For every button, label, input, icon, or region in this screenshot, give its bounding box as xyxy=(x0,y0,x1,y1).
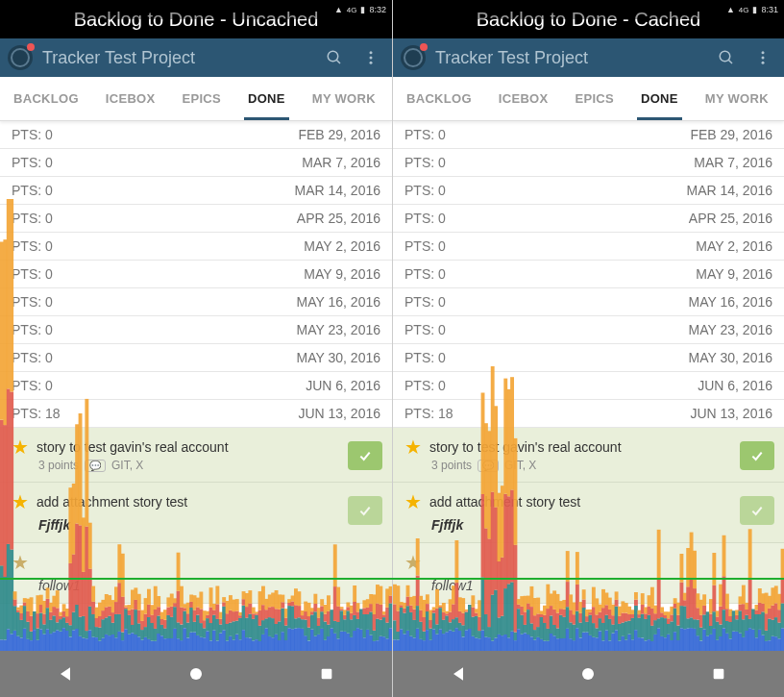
overflow-menu-icon[interactable] xyxy=(749,44,776,71)
svg-rect-961 xyxy=(714,669,724,680)
tab-mywork[interactable]: MY WORK xyxy=(299,77,389,120)
iteration-row[interactable]: PTS: 0MAY 2, 2016 xyxy=(0,233,392,261)
iteration-row[interactable]: PTS: 0APR 25, 2016 xyxy=(393,205,784,233)
search-icon[interactable] xyxy=(713,44,740,71)
iteration-row[interactable]: PTS: 0MAY 23, 2016 xyxy=(0,316,392,344)
svg-line-482 xyxy=(728,60,732,63)
back-button[interactable] xyxy=(51,664,80,684)
story-title: follow1 xyxy=(431,578,772,593)
star-icon[interactable]: ★ xyxy=(12,436,29,459)
iteration-row[interactable]: PTS: 0MAR 14, 2016 xyxy=(393,177,784,205)
iteration-row[interactable]: PTS: 0MAR 14, 2016 xyxy=(0,177,392,205)
star-icon[interactable]: ★ xyxy=(404,436,422,459)
story-meta: 3 points 💬 GIT, X xyxy=(431,459,772,472)
tab-epics[interactable]: EPICS xyxy=(168,77,234,120)
tab-done[interactable]: DONE xyxy=(234,77,299,120)
svg-point-484 xyxy=(762,57,765,60)
battery-icon: ▮ xyxy=(360,5,365,14)
iteration-row[interactable]: PTS: 0FEB 29, 2016 xyxy=(393,121,784,149)
svg-point-479 xyxy=(190,668,202,680)
svg-point-0 xyxy=(328,51,338,62)
network-icon: 4G xyxy=(347,6,357,14)
list-area[interactable]: PTS: 0FEB 29, 2016 PTS: 0MAR 7, 2016 PTS… xyxy=(0,121,392,651)
tab-backlog[interactable]: BACKLOG xyxy=(393,77,485,120)
iteration-row[interactable]: PTS: 0MAY 16, 2016 xyxy=(0,288,392,316)
star-icon[interactable]: ★ xyxy=(404,551,422,574)
story-title: story to test gavin's real account xyxy=(37,439,229,455)
iteration-row[interactable]: PTS: 0MAY 30, 2016 xyxy=(0,344,392,372)
iteration-row[interactable]: PTS: 0MAY 23, 2016 xyxy=(393,316,784,344)
iteration-row[interactable]: PTS: 18JUN 13, 2016 xyxy=(0,400,392,428)
iteration-row[interactable]: PTS: 0JUN 6, 2016 xyxy=(393,372,784,400)
pane-uncached: ▲ 4G ▮ 8:32 Backlog to Done - Uncached T… xyxy=(0,0,392,697)
clock: 8:32 xyxy=(369,5,386,14)
iteration-row[interactable]: PTS: 18JUN 13, 2016 xyxy=(393,400,784,428)
story-description: Fjffjk xyxy=(38,517,380,533)
recents-button[interactable] xyxy=(704,664,733,684)
svg-point-483 xyxy=(762,51,765,54)
iteration-row[interactable]: PTS: 0MAY 16, 2016 xyxy=(393,288,784,316)
pane-cached: ▲ 4G ▮ 8:31 Backlog to Done - Cached Tra… xyxy=(392,0,784,697)
status-bar: ▲ 4G ▮ 8:31 xyxy=(393,0,784,19)
iteration-row[interactable]: PTS: 0MAY 2, 2016 xyxy=(393,233,784,261)
accept-button[interactable] xyxy=(348,496,382,525)
story-card[interactable]: ★ follow1 xyxy=(0,543,392,604)
battery-icon: ▮ xyxy=(752,5,757,14)
iteration-row[interactable]: PTS: 0MAR 7, 2016 xyxy=(393,149,784,177)
story-card[interactable]: ★ story to test gavin's real account 3 p… xyxy=(0,428,392,483)
iteration-row[interactable]: PTS: 0APR 25, 2016 xyxy=(0,205,392,233)
story-title: story to test gavin's real account xyxy=(429,439,622,455)
iteration-row[interactable]: PTS: 0MAY 9, 2016 xyxy=(0,261,392,288)
status-bar: ▲ 4G ▮ 8:32 xyxy=(0,0,392,19)
story-title: add attachment story test xyxy=(37,494,187,510)
search-icon[interactable] xyxy=(321,44,348,71)
comment-icon: 💬 xyxy=(478,460,499,472)
home-button[interactable] xyxy=(574,664,602,684)
tab-icebox[interactable]: ICEBOX xyxy=(485,77,562,120)
story-title: add attachment story test xyxy=(429,494,580,510)
tab-strip: BACKLOG ICEBOX EPICS DONE MY WORK xyxy=(393,77,784,121)
svg-point-4 xyxy=(370,62,373,64)
iteration-row[interactable]: PTS: 0FEB 29, 2016 xyxy=(0,121,392,149)
threshold-line xyxy=(0,578,784,580)
accept-button[interactable] xyxy=(740,441,774,470)
back-button[interactable] xyxy=(444,664,473,684)
svg-rect-480 xyxy=(322,669,332,680)
iteration-row[interactable]: PTS: 0MAY 9, 2016 xyxy=(393,261,784,288)
tab-done[interactable]: DONE xyxy=(627,77,692,120)
svg-point-3 xyxy=(370,57,373,60)
project-title: Tracker Test Project xyxy=(435,48,703,68)
svg-point-485 xyxy=(762,62,765,64)
comment-icon: 💬 xyxy=(85,460,106,472)
iteration-row[interactable]: PTS: 0MAY 30, 2016 xyxy=(393,344,784,372)
accept-button[interactable] xyxy=(740,496,774,525)
list-area[interactable]: PTS: 0FEB 29, 2016 PTS: 0MAR 7, 2016 PTS… xyxy=(393,121,784,651)
tab-icebox[interactable]: ICEBOX xyxy=(92,77,169,120)
android-nav-bar xyxy=(0,651,392,697)
accept-button[interactable] xyxy=(348,441,382,470)
tab-backlog[interactable]: BACKLOG xyxy=(0,77,92,120)
app-logo-icon[interactable] xyxy=(8,45,33,70)
app-logo-icon[interactable] xyxy=(401,45,426,70)
app-bar: Tracker Test Project xyxy=(393,38,784,77)
star-icon[interactable]: ★ xyxy=(12,490,29,513)
clock: 8:31 xyxy=(761,5,778,14)
recents-button[interactable] xyxy=(312,664,341,684)
story-card[interactable]: ★ follow1 xyxy=(393,543,784,604)
story-card[interactable]: ★ add attachment story test Fjffjk xyxy=(0,483,392,543)
signal-icon: ▲ xyxy=(334,5,343,14)
home-button[interactable] xyxy=(182,664,210,684)
overflow-menu-icon[interactable] xyxy=(357,44,384,71)
notification-dot-icon xyxy=(420,43,428,51)
star-icon[interactable]: ★ xyxy=(404,490,422,513)
iteration-row[interactable]: PTS: 0MAR 7, 2016 xyxy=(0,149,392,177)
story-card[interactable]: ★ add attachment story test Fjffjk xyxy=(393,483,784,543)
iteration-row[interactable]: PTS: 0JUN 6, 2016 xyxy=(0,372,392,400)
story-title: follow1 xyxy=(38,578,380,593)
story-meta: 3 points 💬 GIT, X xyxy=(38,459,380,472)
tab-epics[interactable]: EPICS xyxy=(561,77,627,120)
tab-mywork[interactable]: MY WORK xyxy=(692,77,782,120)
story-card[interactable]: ★ story to test gavin's real account 3 p… xyxy=(393,428,784,483)
svg-line-1 xyxy=(336,60,340,63)
star-icon[interactable]: ★ xyxy=(12,551,29,574)
